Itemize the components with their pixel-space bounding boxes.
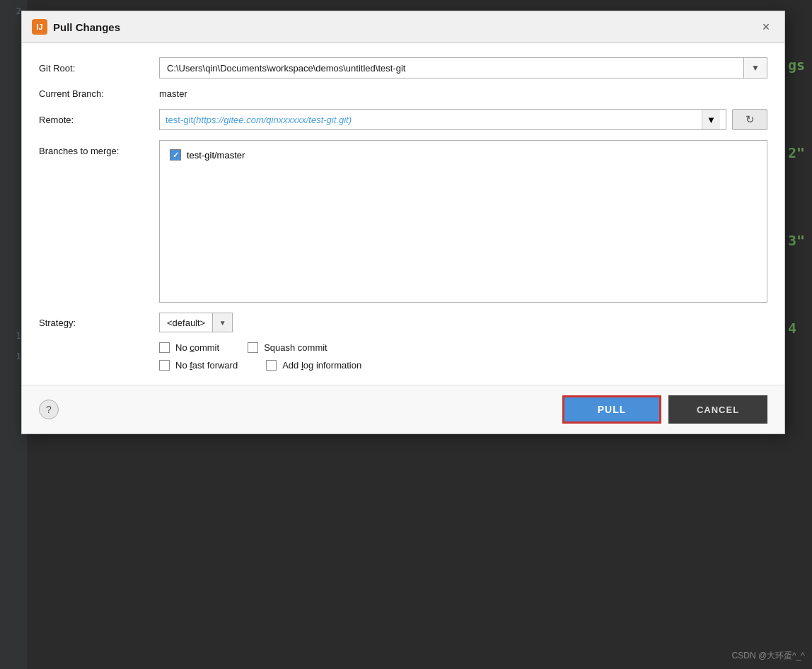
code-text: gs: [788, 57, 805, 74]
branches-box: test-git/master: [159, 140, 767, 303]
add-log-option[interactable]: Add log information: [266, 360, 361, 371]
close-button[interactable]: ×: [758, 18, 775, 35]
code-text: 3": [788, 232, 805, 249]
line-number: 1: [16, 330, 21, 341]
branch-item-label: test-git/master: [187, 150, 245, 161]
add-log-label: Add log information: [282, 360, 361, 371]
help-button[interactable]: ?: [39, 400, 59, 419]
strategy-value: <default>: [160, 318, 212, 328]
remote-label: Remote:: [39, 115, 159, 125]
code-text: 2": [788, 144, 805, 161]
remote-name: test-git: [166, 115, 193, 125]
dialog-title: Pull Changes: [53, 21, 758, 33]
git-root-input[interactable]: [159, 57, 743, 78]
no-fast-forward-option[interactable]: No fast forward: [159, 360, 238, 371]
branch-item[interactable]: test-git/master: [166, 146, 761, 163]
branches-row: Branches to merge: test-git/master: [39, 140, 767, 303]
current-branch-label: Current Branch:: [39, 88, 159, 99]
strategy-label: Strategy:: [39, 318, 159, 328]
no-commit-option[interactable]: No commit: [159, 342, 219, 353]
watermark: CSDN @大环蛋^_^: [732, 650, 805, 662]
dialog-title-bar: IJ Pull Changes ×: [22, 11, 784, 43]
cancel-button[interactable]: CANCEL: [668, 395, 767, 424]
options-row-2: No fast forward Add log information: [159, 360, 767, 371]
no-commit-label: No commit: [175, 342, 219, 353]
remote-row: Remote: test-git (https://gitee.com/qinx…: [39, 109, 767, 130]
git-root-row: Git Root: ▼: [39, 57, 767, 78]
strategy-arrow-icon[interactable]: ▼: [212, 313, 232, 332]
options-row-1: No commit Squash commit: [159, 342, 767, 353]
branch-checkbox[interactable]: [170, 149, 181, 161]
current-branch-row: Current Branch: master: [39, 88, 767, 99]
git-root-label: Git Root:: [39, 63, 159, 74]
squash-commit-checkbox[interactable]: [248, 342, 258, 353]
branches-label: Branches to merge:: [39, 140, 159, 156]
pull-changes-dialog: IJ Pull Changes × Git Root: ▼ Current Br…: [21, 11, 785, 434]
dialog-footer: ? PULL CANCEL: [22, 385, 784, 434]
remote-dropdown-btn[interactable]: ▼: [702, 110, 720, 129]
line-number: 2: [16, 6, 21, 16]
dialog-body: Git Root: ▼ Current Branch: master Remot…: [22, 43, 784, 385]
squash-commit-label: Squash commit: [264, 342, 327, 353]
add-log-checkbox[interactable]: [266, 360, 277, 371]
remote-url: (https://gitee.com/qinxxxxxx/test-git.gi…: [193, 115, 352, 125]
no-fast-forward-checkbox[interactable]: [159, 360, 170, 371]
refresh-button[interactable]: ↻: [732, 109, 767, 130]
no-commit-checkbox[interactable]: [159, 342, 170, 353]
strategy-row: Strategy: <default> ▼: [39, 313, 767, 332]
app-icon: IJ: [32, 19, 47, 35]
git-root-dropdown[interactable]: ▼: [743, 57, 767, 78]
line-number: 1: [16, 351, 21, 361]
code-text: 4: [788, 320, 805, 337]
remote-container: test-git (https://gitee.com/qinxxxxxx/te…: [159, 109, 767, 130]
options-area: No commit Squash commit No fast forward …: [159, 342, 767, 371]
no-fast-forward-label: No fast forward: [175, 360, 238, 371]
squash-commit-option[interactable]: Squash commit: [248, 342, 327, 353]
strategy-dropdown[interactable]: <default> ▼: [159, 313, 233, 332]
pull-button[interactable]: PULL: [562, 395, 661, 424]
current-branch-value: master: [159, 88, 767, 99]
